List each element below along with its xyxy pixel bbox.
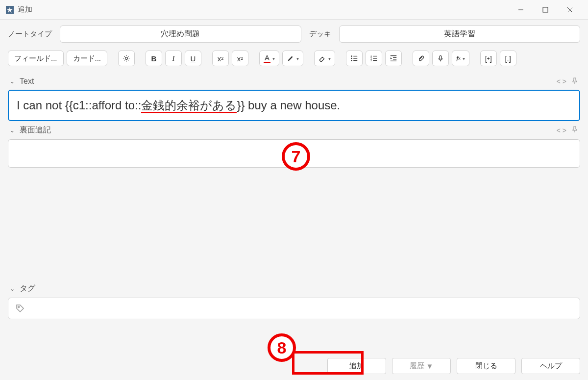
ordered-list-button[interactable]: 123 (366, 51, 382, 66)
eraser-button[interactable]: ▾ (314, 51, 335, 66)
svg-rect-23 (440, 56, 441, 59)
back-field-header: ⌄ 裏面追記 < > (8, 121, 580, 139)
tag-label: タグ (20, 283, 35, 294)
settings-button[interactable] (118, 51, 135, 66)
record-audio-button[interactable] (432, 51, 449, 66)
svg-point-6 (351, 55, 352, 57)
window-title: 追加 (18, 5, 32, 14)
html-toggle-icon-2[interactable]: < > (557, 127, 566, 134)
text-field-label: Text (20, 77, 34, 86)
close-button[interactable]: 閉じる (457, 358, 515, 374)
note-type-label: ノートタイプ (8, 29, 52, 39)
add-button[interactable]: 追加 (327, 358, 386, 374)
editor-toolbar: フィールド... カード... B I U x2 x2 A▾ ▾ ▾ 123 f… (0, 49, 588, 71)
text-field-header: ⌄ Text < > (8, 73, 580, 90)
svg-rect-2 (543, 7, 548, 12)
collapse-tag-icon[interactable]: ⌄ (10, 285, 17, 292)
deck-label: デッキ (309, 29, 331, 39)
collapse-back-icon[interactable]: ⌄ (10, 127, 17, 134)
footer-buttons: 追加 履歴▼ 閉じる ヘルプ (327, 358, 580, 374)
collapse-text-icon[interactable]: ⌄ (10, 78, 17, 85)
highlight-button[interactable]: ▾ (282, 51, 303, 66)
svg-marker-0 (7, 7, 13, 13)
equation-button[interactable]: fx▾ (452, 51, 469, 66)
indent-button[interactable] (385, 51, 402, 66)
minimize-button[interactable] (509, 0, 533, 20)
tag-icon (15, 304, 25, 313)
svg-text:3: 3 (370, 59, 372, 62)
italic-button[interactable]: I (165, 51, 182, 66)
titlebar: 追加 (0, 0, 588, 20)
note-type-selector[interactable]: 穴埋め問題 (60, 25, 301, 43)
maximize-button[interactable] (533, 0, 558, 20)
note-deck-row: ノートタイプ 穴埋め問題 デッキ 英語学習 (0, 20, 588, 49)
svg-point-7 (351, 58, 352, 59)
text-color-button[interactable]: A▾ (259, 51, 279, 66)
history-button[interactable]: 履歴▼ (392, 358, 451, 374)
back-field-label: 裏面追記 (20, 125, 51, 135)
svg-marker-22 (391, 57, 392, 59)
cloze-new-button[interactable]: [+] (480, 51, 497, 66)
cards-button[interactable]: カード... (67, 51, 108, 66)
app-icon (6, 6, 14, 14)
underline-button[interactable]: U (185, 51, 201, 66)
tag-header: ⌄ タグ (8, 279, 580, 298)
deck-selector[interactable]: 英語学習 (339, 25, 581, 43)
unordered-list-button[interactable] (346, 51, 363, 66)
annotation-7: 7 (282, 142, 310, 171)
cloze-same-button[interactable]: [.] (500, 51, 516, 66)
fields-button[interactable]: フィールド... (8, 51, 64, 66)
close-window-button[interactable] (558, 0, 582, 20)
tag-input[interactable] (8, 298, 580, 319)
bold-button[interactable]: B (146, 51, 162, 66)
svg-point-24 (18, 306, 20, 308)
subscript-button[interactable]: x2 (232, 51, 248, 66)
text-field-input[interactable]: I can not {{c1::afford to::金銭的余裕がある}} bu… (8, 90, 580, 121)
pin-icon-2[interactable] (571, 126, 578, 134)
svg-point-5 (125, 57, 128, 60)
superscript-button[interactable]: x2 (212, 51, 229, 66)
annotation-8: 8 (268, 333, 296, 362)
attach-button[interactable] (413, 51, 429, 66)
tag-section: ⌄ タグ (8, 279, 580, 319)
svg-point-8 (351, 60, 352, 61)
pin-icon[interactable] (571, 77, 578, 86)
help-button[interactable]: ヘルプ (521, 358, 580, 374)
html-toggle-icon[interactable]: < > (557, 77, 566, 85)
